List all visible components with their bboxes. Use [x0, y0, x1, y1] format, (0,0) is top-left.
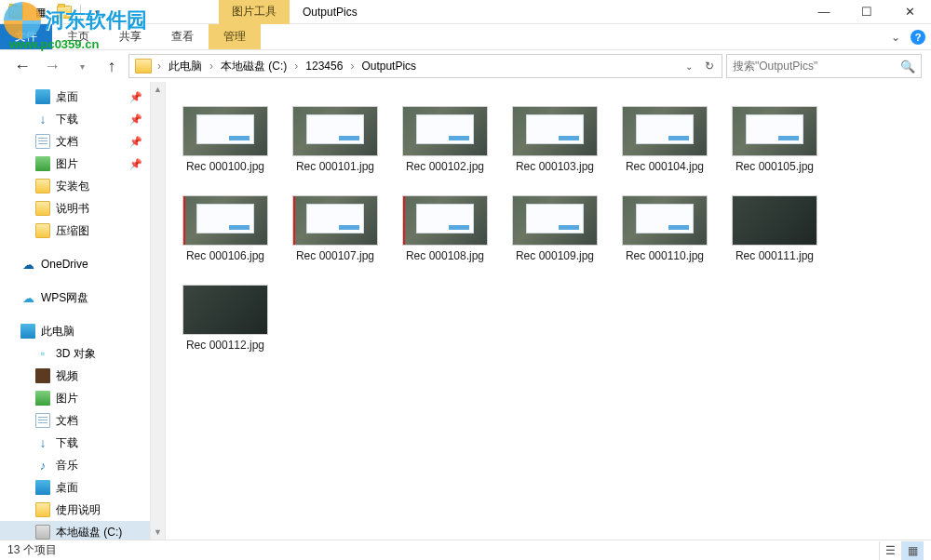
sidebar-item[interactable]: 桌面: [0, 476, 150, 499]
ribbon-expand-icon[interactable]: ⌄: [883, 31, 909, 44]
sidebar-item[interactable]: 此电脑: [0, 320, 150, 342]
scroll-up-icon[interactable]: ▲: [151, 82, 165, 97]
chevron-right-icon[interactable]: ›: [155, 60, 163, 73]
sidebar-item-label: 图片: [56, 391, 78, 407]
maximize-button[interactable]: ☐: [845, 0, 888, 24]
ribbon-tab-home[interactable]: 主页: [52, 24, 104, 49]
sidebar-item-label: 图片: [56, 156, 78, 172]
qat-properties-icon[interactable]: ▦: [30, 2, 50, 22]
file-item[interactable]: Rec 000105.jpg: [730, 106, 819, 173]
file-name-label: Rec 000103.jpg: [516, 160, 594, 173]
file-item[interactable]: Rec 000107.jpg: [290, 195, 380, 262]
sidebar-item[interactable]: 图片📌: [0, 153, 150, 175]
crumb-current[interactable]: OutputPics: [356, 55, 422, 77]
crumb-pc[interactable]: 此电脑: [163, 55, 208, 77]
file-name-label: Rec 000105.jpg: [735, 160, 814, 173]
sidebar-item-label: OneDrive: [41, 258, 88, 271]
ribbon-tab-manage[interactable]: 管理: [209, 24, 261, 49]
ribbon-tab-view[interactable]: 查看: [156, 24, 209, 49]
sidebar-item-label: 下载: [56, 112, 78, 127]
minimize-button[interactable]: ―: [803, 0, 845, 24]
view-thumbnails-button[interactable]: ▦: [901, 541, 924, 560]
title-bar: ▦ ▾ 图片工具 OutputPics ― ☐ ✕: [0, 0, 931, 24]
sidebar-item[interactable]: ↓下载: [0, 432, 150, 454]
sidebar-item[interactable]: 安装包: [0, 175, 150, 197]
sidebar-item[interactable]: ↓下载📌: [0, 108, 150, 130]
search-box[interactable]: 🔍: [726, 54, 922, 78]
sidebar-item[interactable]: 使用说明: [0, 499, 150, 521]
sidebar-item-label: 压缩图: [56, 223, 89, 239]
sidebar-item[interactable]: ☁WPS网盘: [0, 287, 150, 309]
window-title: OutputPics: [303, 6, 358, 19]
file-name-label: Rec 000107.jpg: [296, 249, 374, 262]
file-thumbnail: [512, 195, 598, 246]
file-item[interactable]: Rec 000100.jpg: [181, 106, 270, 173]
file-item[interactable]: Rec 000104.jpg: [620, 106, 709, 173]
file-item[interactable]: Rec 000106.jpg: [181, 195, 270, 262]
file-thumbnail: [622, 106, 708, 156]
nav-back-button[interactable]: ←: [9, 53, 35, 79]
pin-icon: 📌: [129, 158, 142, 170]
contextual-tab-header: 图片工具: [219, 0, 290, 24]
nav-forward-button[interactable]: →: [39, 53, 65, 79]
sidebar-item-label: 文档: [56, 413, 78, 429]
chevron-right-icon[interactable]: ›: [208, 60, 215, 73]
chevron-right-icon[interactable]: ›: [348, 60, 356, 73]
sidebar-item-label: 此电脑: [41, 324, 74, 340]
sidebar-item[interactable]: 说明书: [0, 197, 150, 220]
file-list[interactable]: Rec 000100.jpgRec 000101.jpgRec 000102.j…: [166, 82, 931, 540]
search-icon[interactable]: 🔍: [900, 60, 915, 73]
chevron-right-icon[interactable]: ›: [292, 60, 300, 73]
sidebar-item[interactable]: 桌面📌: [0, 86, 150, 108]
file-item[interactable]: Rec 000110.jpg: [620, 195, 709, 262]
sidebar-item-label: 下载: [56, 435, 78, 451]
sidebar-item[interactable]: 本地磁盘 (C:): [0, 521, 150, 540]
folder-icon: [35, 502, 50, 517]
app-icon[interactable]: [6, 2, 26, 22]
file-item[interactable]: Rec 000108.jpg: [400, 195, 490, 262]
nav-recent-dropdown[interactable]: ▾: [69, 53, 95, 79]
help-icon[interactable]: ?: [911, 30, 925, 45]
sidebar-item[interactable]: 图片: [0, 387, 150, 409]
video-icon: [35, 368, 50, 383]
sidebar-item[interactable]: 压缩图: [0, 220, 150, 242]
view-details-button[interactable]: ☰: [879, 541, 901, 560]
pc-icon: [20, 324, 35, 339]
breadcrumb-icon: [135, 59, 152, 73]
qat-newfolder-icon[interactable]: [54, 2, 74, 22]
pin-icon: 📌: [129, 91, 142, 103]
sidebar-item-label: 本地磁盘 (C:): [56, 525, 122, 540]
sidebar-scrollbar[interactable]: ▲ ▼: [151, 82, 166, 540]
crumb-folder[interactable]: 123456: [300, 55, 348, 77]
breadcrumb[interactable]: › 此电脑 › 本地磁盘 (C:) › 123456 › OutputPics …: [128, 54, 722, 78]
crumb-drive[interactable]: 本地磁盘 (C:): [215, 55, 292, 77]
sidebar-item[interactable]: 文档: [0, 409, 150, 432]
file-thumbnail: [512, 106, 598, 156]
file-thumbnail: [182, 106, 268, 156]
ribbon-tab-share[interactable]: 共享: [104, 24, 156, 49]
sidebar-item[interactable]: 视频: [0, 365, 150, 387]
sidebar-item[interactable]: ♪音乐: [0, 454, 150, 476]
sidebar-item-label: 音乐: [56, 458, 78, 473]
folder-icon: [35, 201, 50, 216]
file-item[interactable]: Rec 000109.jpg: [510, 195, 600, 262]
file-item[interactable]: Rec 000103.jpg: [510, 106, 600, 173]
navigation-pane[interactable]: 桌面📌↓下载📌文档📌图片📌安装包说明书压缩图☁OneDrive☁WPS网盘此电脑…: [0, 82, 151, 540]
file-thumbnail: [182, 195, 268, 246]
search-input[interactable]: [733, 60, 900, 73]
file-item[interactable]: Rec 000112.jpg: [181, 285, 270, 352]
breadcrumb-dropdown-icon[interactable]: ⌄: [679, 55, 699, 77]
sidebar-item[interactable]: ▫3D 对象: [0, 342, 150, 365]
ribbon-tab-file[interactable]: 文件: [0, 24, 52, 49]
sidebar-item[interactable]: ☁OneDrive: [0, 253, 150, 275]
qat-dropdown-icon[interactable]: ▾: [87, 2, 107, 22]
file-item[interactable]: Rec 000101.jpg: [290, 106, 380, 173]
refresh-button[interactable]: ↻: [699, 55, 720, 77]
file-name-label: Rec 000101.jpg: [296, 160, 374, 173]
close-button[interactable]: ✕: [888, 0, 931, 24]
nav-up-button[interactable]: ↑: [99, 53, 125, 79]
file-item[interactable]: Rec 000111.jpg: [730, 195, 819, 262]
scroll-down-icon[interactable]: ▼: [151, 525, 165, 540]
file-item[interactable]: Rec 000102.jpg: [400, 106, 490, 173]
sidebar-item[interactable]: 文档📌: [0, 130, 150, 153]
